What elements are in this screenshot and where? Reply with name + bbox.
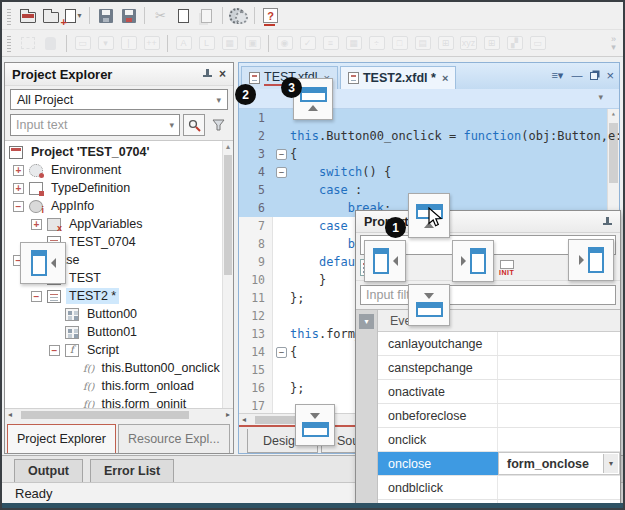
spin-component-button: ++ [140, 32, 163, 55]
code-token [290, 237, 348, 251]
tree-item-test2[interactable]: −TEST2 * [5, 287, 221, 305]
tree-expander-icon[interactable]: − [49, 345, 60, 356]
tree-item-button00[interactable]: Button00 [5, 305, 221, 323]
tree-expander-icon[interactable]: + [13, 183, 24, 194]
tree-vertical-scrollbar[interactable]: ▴ [222, 141, 233, 408]
close-tab-icon[interactable]: × [442, 72, 448, 84]
tab-test2-xfdl[interactable]: TEST2.xfdl * × [340, 66, 456, 89]
fold-collapse-icon[interactable]: − [276, 149, 287, 160]
spin-component-icon: ++ [144, 36, 160, 50]
tab-list-icon[interactable]: ≡▾ [551, 70, 563, 81]
arrow-up-icon [308, 105, 318, 111]
event-row-onbeforeclose[interactable]: onbeforeclose [356, 404, 620, 428]
scroll-up-icon[interactable]: ▴ [223, 142, 233, 151]
tree-expander-icon[interactable]: + [13, 165, 24, 176]
search-button[interactable] [183, 114, 205, 136]
project-scope-value: All Project [17, 93, 73, 107]
fold-collapse-icon[interactable]: − [276, 167, 287, 178]
event-value-dropdown-button[interactable]: ▾ [603, 454, 618, 473]
tree-item-this-button00-onclick[interactable]: f()this.Button00_onclick [5, 359, 221, 377]
tree-expander-icon[interactable]: + [31, 219, 42, 230]
property-filter-input[interactable]: Input filter [360, 285, 616, 305]
tab-project-explorer[interactable]: Project Explorer [7, 424, 116, 453]
close-icon[interactable]: × [606, 69, 614, 82]
event-row-ondblclick[interactable]: ondblclick [356, 476, 620, 500]
dock-guide-left-edge[interactable] [20, 242, 66, 284]
dock-guide-center-left[interactable] [364, 240, 406, 282]
dock-guide-right-edge[interactable] [568, 239, 614, 281]
toolbar-drag-handle[interactable] [7, 34, 11, 52]
tree-item-label: Project 'TEST_0704' [28, 144, 153, 160]
copy-button[interactable] [172, 4, 195, 27]
save-all-button[interactable] [117, 4, 140, 27]
chevron-down-icon: ▾ [598, 92, 603, 102]
tree-expander-icon[interactable]: − [13, 201, 24, 212]
tree-horizontal-scrollbar[interactable]: ◂ ▸ [5, 408, 233, 421]
fold-column [273, 361, 290, 379]
toolbar-separator [268, 35, 269, 52]
open-project-button[interactable] [16, 4, 39, 27]
tree-item-this-form-onload[interactable]: f()this.form_onload [5, 377, 221, 395]
tree-item-typedefinition[interactable]: +TypeDefinition [5, 179, 221, 197]
tab-resource-explorer[interactable]: Resource Expl... [118, 424, 230, 453]
event-row-onclick[interactable]: onclick [356, 428, 620, 452]
tree-item-this-form-oninit[interactable]: f()this.form_oninit [5, 395, 221, 408]
filter-button[interactable] [208, 114, 228, 136]
tree-item-project-test-0704[interactable]: Project 'TEST_0704' [5, 143, 221, 161]
minimize-icon[interactable]: — [571, 70, 582, 81]
chevron-down-icon[interactable]: ▾ [77, 11, 81, 20]
code-line[interactable]: 2this.Button00_onclick = function(obj:Bu… [239, 127, 607, 145]
code-token: (obj:Button,e: [521, 129, 619, 143]
tree-item-label: TEST [66, 270, 104, 286]
toolbar-drag-handle[interactable] [7, 7, 11, 25]
code-token [290, 255, 319, 269]
project-scope-select[interactable]: All Project ▾ [10, 89, 228, 110]
event-row-canlayoutchange[interactable]: canlayoutchange [356, 332, 620, 356]
tree-item-label: this.form_oninit [99, 396, 190, 408]
settings-button[interactable] [227, 4, 250, 27]
textarea-component-button: ▤ [411, 32, 434, 55]
scrollbar-thumb[interactable] [224, 155, 232, 275]
tree-item-appvariables[interactable]: +AppVariables [5, 215, 221, 233]
divider-component-icon: ÷ [369, 36, 385, 50]
fold-collapse-icon[interactable]: − [276, 347, 287, 358]
fold-column [273, 127, 290, 145]
dock-guide-center-right[interactable] [452, 240, 494, 282]
event-row-onclose[interactable]: oncloseform_onclose▾ [356, 452, 620, 476]
open-file-button[interactable] [39, 4, 62, 27]
code-token: }; [290, 381, 304, 395]
save-button[interactable] [94, 4, 117, 27]
tree-filter-input[interactable]: Input text ▾ [10, 114, 180, 136]
pin-icon[interactable] [203, 68, 212, 80]
form-file-icon [249, 72, 260, 84]
collapse-marker-icon[interactable]: ▾ [359, 314, 374, 329]
event-row-canstepchange[interactable]: canstepchange [356, 356, 620, 380]
pin-icon[interactable] [603, 216, 612, 228]
code-token: case [319, 219, 348, 233]
close-icon[interactable]: × [219, 68, 226, 80]
toolbar-overflow-icon[interactable]: »▾ [611, 35, 616, 51]
tab-error-list[interactable]: Error List [90, 459, 174, 482]
restore-icon[interactable] [590, 72, 598, 80]
help-button[interactable]: ? [259, 4, 282, 27]
tree-item-environment[interactable]: +Environment [5, 161, 221, 179]
scroll-right-icon[interactable]: ▸ [226, 410, 230, 419]
scroll-left-icon[interactable]: ◂ [8, 410, 12, 419]
init-button[interactable]: INIT [499, 260, 514, 276]
dock-guide-bottom-edge[interactable] [295, 404, 335, 446]
listbox-component-button: ≡ [319, 32, 342, 55]
dock-guide-center-bottom[interactable] [408, 284, 450, 326]
scroll-left-icon[interactable]: ◂ [242, 415, 246, 424]
code-line[interactable]: 4− switch() { [239, 163, 607, 181]
scrollbar-thumb[interactable] [21, 411, 189, 419]
code-line[interactable]: 3−{ [239, 145, 607, 163]
tree-expander-icon[interactable]: − [31, 291, 42, 302]
line-number: 12 [239, 307, 273, 325]
new-file-button[interactable]: ▾ [62, 4, 85, 27]
tree-item-script[interactable]: −Script [5, 341, 221, 359]
tree-item-button01[interactable]: Button01 [5, 323, 221, 341]
event-row-onactivate[interactable]: onactivate [356, 380, 620, 404]
tab-output[interactable]: Output [14, 459, 83, 482]
tree-item-appinfo[interactable]: −AppInfo [5, 197, 221, 215]
radio-component-button: ◉ [273, 32, 296, 55]
